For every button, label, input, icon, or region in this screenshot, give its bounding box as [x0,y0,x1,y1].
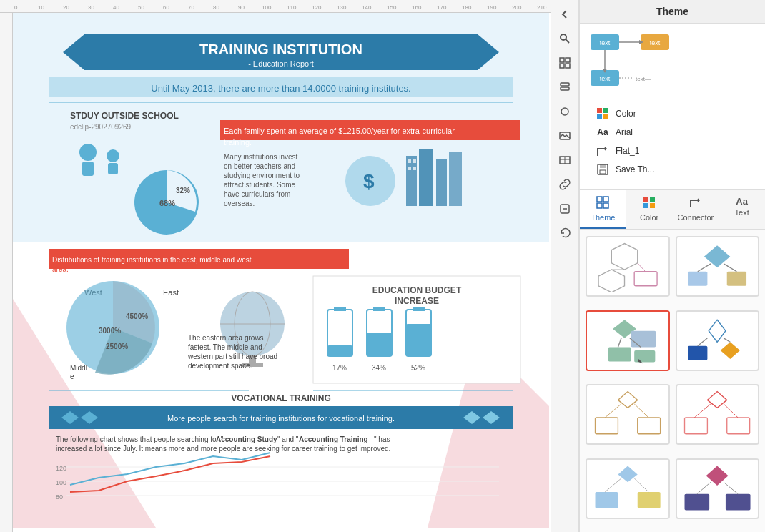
svg-rect-57 [408,167,411,170]
tab-connector[interactable]: Connector [673,190,719,229]
svg-rect-144 [597,108,602,113]
save-label: Save Th... [616,164,654,174]
svg-text:" and ": " and " [277,435,299,443]
svg-text:development space.: development space. [188,362,252,370]
svg-text:More people search for trainin: More people search for training institut… [167,414,395,423]
canvas-area: 0 10 20 30 40 50 60 70 80 90 100 110 120… [0,0,551,532]
svg-rect-150 [600,170,606,174]
svg-rect-188 [727,418,750,434]
svg-text:10: 10 [38,4,44,11]
grid-btn[interactable] [553,51,576,74]
svg-text:150: 150 [387,4,397,11]
svg-rect-145 [603,108,608,113]
svg-text:170: 170 [437,4,447,11]
svg-rect-197 [685,493,710,510]
tab-theme[interactable]: Theme [580,190,626,229]
svg-text:2500%: 2500% [106,343,128,350]
svg-rect-155 [643,197,648,202]
svg-text:32%: 32% [176,187,190,194]
svg-text:4500%: 4500% [126,312,148,320]
svg-line-167 [698,264,711,272]
link-btn[interactable] [553,173,576,196]
svg-rect-123 [561,83,569,86]
svg-line-168 [724,264,736,272]
theme-card-6[interactable] [676,384,760,445]
font-option[interactable]: Aa Arial [596,125,749,139]
layers-btn[interactable] [553,76,576,99]
color-label: Color [616,109,636,119]
theme-card-5[interactable] [586,384,670,445]
svg-text:90: 90 [238,4,245,11]
theme-card-4[interactable] [676,310,760,371]
tab-text[interactable]: Aa Text [719,190,765,229]
svg-line-174 [618,338,621,347]
svg-rect-182 [595,418,618,434]
svg-text:East: East [163,288,179,297]
tab-connector-label: Connector [677,213,714,222]
undo-btn[interactable] [553,222,576,245]
svg-marker-176 [709,320,726,342]
svg-line-195 [634,478,648,491]
svg-text:Each family spent an average o: Each family spent an average of $1215.00… [224,127,455,135]
tab-color[interactable]: Color [626,190,673,229]
table-btn[interactable] [553,149,576,172]
shapes-btn[interactable] [553,100,576,123]
svg-line-180 [724,338,730,341]
svg-text:0: 0 [14,4,18,11]
svg-text:120: 120 [56,465,66,472]
svg-text:3000%: 3000% [99,327,121,335]
svg-rect-177 [688,345,707,360]
right-panel: Theme text text text text— [579,0,765,532]
search-btn[interactable] [553,27,576,50]
svg-text:60: 60 [163,4,169,11]
color-tab-icon [643,196,656,212]
svg-line-118 [566,39,569,43]
svg-text:40: 40 [113,4,119,11]
color-option[interactable]: Color [596,107,749,121]
format-btn[interactable] [553,197,576,220]
theme-card-8[interactable] [676,458,760,519]
svg-text:100: 100 [56,479,66,486]
svg-rect-55 [408,159,411,163]
tab-color-label: Color [640,213,658,222]
collapse-btn[interactable] [553,3,576,26]
svg-text:- Education Report: - Education Report [248,59,314,68]
connector-option[interactable]: Flat_1 [596,144,749,158]
svg-point-35 [107,149,119,162]
svg-text:Distributions of training inst: Distributions of training institutions i… [52,256,252,264]
svg-rect-85 [373,307,385,311]
theme-card-3[interactable] [586,310,670,371]
panel-options: Color Aa Arial Flat_1 [587,101,758,182]
theme-card-2[interactable] [676,236,760,297]
theme-card-7[interactable] [586,458,670,519]
svg-text:area.: area. [52,265,69,273]
svg-text:200: 200 [512,4,522,11]
image-btn[interactable] [553,124,576,147]
font-icon: Aa [596,125,610,139]
svg-text:190: 190 [487,4,497,11]
svg-rect-153 [597,203,602,208]
svg-text:30: 30 [88,4,94,11]
save-option[interactable]: Save Th... [596,162,749,177]
svg-text:17%: 17% [332,364,347,372]
svg-text:160: 160 [412,4,422,11]
sidebar-toolbar [551,0,579,532]
theme-card-1[interactable] [586,236,670,297]
svg-rect-81 [334,307,346,311]
svg-text:Until May 2013, there are more: Until May 2013, there are more than 14.0… [151,83,411,94]
svg-text:68%: 68% [159,199,175,207]
svg-point-125 [561,108,568,115]
svg-rect-156 [650,197,655,202]
svg-rect-149 [600,164,606,168]
svg-rect-193 [637,492,660,508]
ruler-left [0,13,13,532]
svg-rect-56 [413,159,416,163]
panel-preview: text text text text— [580,24,765,190]
svg-point-117 [561,34,566,40]
svg-text:70: 70 [188,4,194,11]
svg-text:" has: " has [374,435,390,443]
svg-text:western part still have broad: western part still have broad [187,353,277,360]
svg-marker-181 [618,392,637,408]
svg-point-33 [79,144,97,161]
svg-line-184 [605,404,621,418]
